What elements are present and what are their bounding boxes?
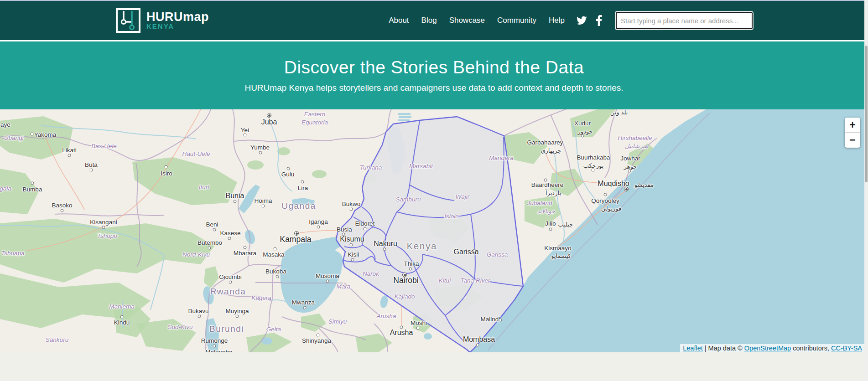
map-label: Hoima [254, 197, 272, 204]
social-links [577, 15, 602, 26]
map-label: Likati [62, 147, 77, 154]
map-label: Buta [85, 161, 98, 168]
hero-subtitle: HURUmap Kenya helps storytellers and cam… [0, 83, 868, 93]
nav-showcase[interactable]: Showcase [449, 16, 485, 25]
nav-help[interactable]: Help [549, 16, 565, 25]
map-label: Thika [404, 260, 419, 267]
map-label: Tana River [461, 277, 490, 284]
place-marker [228, 237, 231, 240]
place-marker [287, 167, 290, 170]
place-marker [229, 281, 232, 284]
map-label: -Ubangi [2, 134, 23, 141]
map-attribution: Leaflet | Map data © OpenStreetMap contr… [680, 344, 865, 352]
map-label: aye [0, 121, 10, 128]
license-link[interactable]: CC-BY-SA [831, 345, 862, 352]
map-label: Malindi [481, 316, 500, 323]
zoom-out-button[interactable]: − [845, 133, 860, 148]
place-marker [303, 306, 307, 309]
map-label: Kitui [439, 277, 451, 284]
map-label: Kasese [220, 230, 240, 237]
map-label: Jilib [545, 220, 556, 227]
map-label: Makamba [205, 349, 232, 353]
leaflet-map[interactable]: aye-UbangiYakomaLikatiBas-UeleHaut-UeleB… [0, 109, 868, 352]
place-marker [499, 319, 502, 322]
search-input[interactable] [616, 12, 753, 29]
place-marker [473, 249, 476, 252]
place-marker [102, 226, 105, 229]
scrollbar-thumb[interactable] [865, 46, 868, 182]
map-label: جوبالاند [537, 208, 555, 215]
osm-link[interactable]: OpenStreetMap [744, 345, 791, 352]
map-label: Narok [363, 270, 379, 277]
nav-about[interactable]: About [389, 16, 409, 25]
place-marker [402, 273, 407, 277]
place-marker [400, 326, 403, 329]
place-marker [301, 180, 304, 184]
place-marker [198, 315, 201, 318]
place-marker [342, 233, 345, 236]
place-marker [274, 247, 277, 251]
map-label: Marsabit [409, 163, 433, 170]
place-marker [213, 345, 216, 348]
logo-title: HURUmap [146, 11, 209, 23]
place-marker [234, 200, 237, 203]
map-label: Arusha [377, 313, 396, 319]
map-label: Buurhakaba [577, 154, 610, 161]
map-label: Beni [206, 221, 218, 228]
map-label: حودور [577, 128, 593, 135]
map-label: Gulu [281, 171, 295, 178]
map-label: Shinyanga [302, 337, 331, 344]
map-label: Musoma [316, 273, 339, 279]
place-marker [68, 154, 71, 157]
place-marker [262, 205, 265, 208]
map-label: Gicumbi [219, 273, 242, 280]
place-marker [294, 231, 299, 236]
place-marker [244, 246, 247, 249]
map-label: Isiro [161, 170, 172, 177]
map-label: Jowhar [620, 155, 640, 162]
place-marker [208, 247, 211, 250]
zoom-control: + − [845, 118, 860, 148]
header-search [616, 12, 753, 29]
place-marker [317, 226, 320, 229]
attribution-text2: contributors, [791, 345, 831, 352]
map-label: Tshuapa [1, 250, 24, 257]
map-label: جوهر [624, 163, 637, 170]
place-marker [409, 268, 412, 271]
map-label: Garissa [487, 251, 508, 258]
map-label: بورحكب [583, 162, 604, 169]
place-marker [549, 228, 552, 231]
map-label: جربهاري [541, 147, 561, 154]
facebook-icon[interactable] [596, 15, 602, 26]
map-label: فوريولي [601, 205, 621, 212]
map-label: Nord-Kivu [182, 251, 210, 258]
place-marker [351, 258, 354, 262]
map-label: Kindu [114, 319, 130, 326]
map-label: Ituri [199, 184, 209, 190]
map-label: Yei [241, 127, 249, 134]
place-marker [276, 275, 279, 278]
map-label: Busia [337, 226, 352, 233]
leaflet-link[interactable]: Leaflet [683, 345, 703, 352]
place-marker [236, 315, 239, 318]
nav-community[interactable]: Community [497, 16, 536, 25]
place-marker [628, 170, 631, 173]
map-label: Turkana [360, 164, 382, 171]
nav-blog[interactable]: Blog [421, 16, 437, 25]
map-label: gala [0, 185, 11, 192]
map-label: Sankuru [46, 336, 68, 343]
map-label: Kajiado [394, 293, 415, 300]
place-marker [624, 187, 629, 191]
twitter-icon[interactable] [577, 16, 587, 25]
map-label: Kisumu [340, 235, 364, 243]
map-label: بلد وين [610, 109, 628, 116]
main-nav: About Blog Showcase Community Help [389, 16, 565, 25]
map-label: Bukoba [265, 268, 286, 275]
logo[interactable]: HURUmap KENYA [115, 8, 209, 33]
zoom-in-button[interactable]: + [845, 118, 860, 133]
page-scrollbar[interactable] [864, 0, 868, 381]
site-header: HURUmap KENYA About Blog Showcase Commun… [0, 1, 868, 40]
map-label: Garbahaarey [527, 139, 563, 146]
place-marker [592, 169, 595, 172]
place-marker [544, 179, 547, 182]
